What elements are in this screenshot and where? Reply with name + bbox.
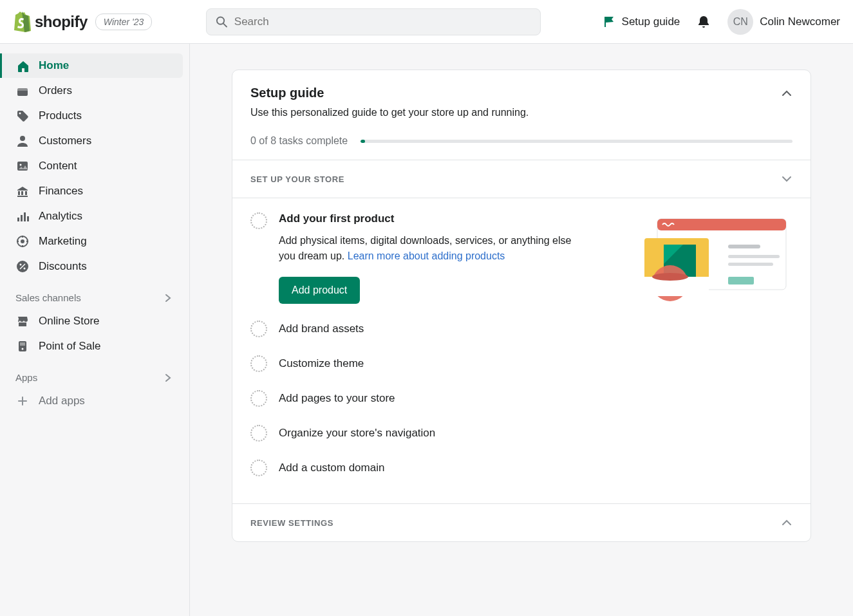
sidebar-item-customers[interactable]: Customers [0,129,183,153]
sidebar-item-label: Home [39,59,69,72]
bank-icon [15,184,30,198]
target-icon [15,234,30,248]
store-icon [15,314,30,328]
primary-nav: HomeOrdersProductsCustomersContentFinanc… [0,53,183,279]
shopify-bag-icon [13,12,31,32]
task-item[interactable]: Customize theme [250,346,792,381]
svg-point-4 [19,113,21,115]
shopify-logo[interactable]: shopify [13,12,88,32]
task-item[interactable]: Organize your store's navigation [250,416,792,451]
setup-guide-label: Setup guide [622,15,680,28]
task-label: Add a custom domain [279,462,384,474]
svg-rect-9 [21,215,23,221]
svg-rect-22 [657,219,786,230]
chevron-up-icon [781,517,792,528]
svg-point-13 [21,239,24,243]
task-label: Add brand assets [279,322,364,335]
sidebar-channel-online-store[interactable]: Online Store [0,309,183,333]
sidebar-item-label: Products [39,109,82,122]
sidebar-item-products[interactable]: Products [0,104,183,128]
task-item[interactable]: Add a custom domain [250,451,792,485]
add-apps-label: Add apps [39,395,85,407]
section-store-body: Add your first productAdd physical items… [232,198,811,503]
notifications-button[interactable] [697,15,711,29]
task-status-circle [250,355,267,372]
avatar: CN [727,9,753,35]
section-review-label: REVIEW SETTINGS [250,518,333,528]
apps-header[interactable]: Apps [0,359,183,388]
sidebar-item-label: Content [39,160,77,173]
home-icon [15,59,30,73]
setup-card-header: Setup guide Use this personalized guide … [232,70,811,160]
chevron-right-icon [164,373,173,382]
task-status-circle [250,390,267,407]
task-label: Add pages to your store [279,392,395,405]
sidebar-item-content[interactable]: Content [0,154,183,178]
svg-point-28 [652,273,688,281]
chevron-down-icon [781,173,792,185]
svg-rect-19 [20,342,25,346]
setup-card-subtitle: Use this personalized guide to get your … [250,107,792,118]
add-apps-button[interactable]: Add apps [0,389,183,413]
task-item[interactable]: Add brand assets [250,312,792,346]
sidebar-item-label: Marketing [39,235,87,248]
sales-channels-label: Sales channels [15,292,81,303]
search-container [206,8,541,35]
sidebar: HomeOrdersProductsCustomersContentFinanc… [0,44,190,616]
task-label: Organize your store's navigation [279,427,435,440]
section-set-up-store[interactable]: SET UP YOUR STORE [232,160,811,198]
sidebar-item-analytics[interactable]: Analytics [0,204,183,229]
sidebar-item-label: Discounts [39,260,87,273]
sidebar-item-marketing[interactable]: Marketing [0,229,183,254]
svg-point-0 [217,17,224,24]
svg-rect-29 [728,245,760,248]
task-learn-more-link[interactable]: Learn more about adding products [348,250,505,261]
person-icon [15,134,30,148]
task-status-circle [250,425,267,442]
task-item[interactable]: Add pages to your store [250,381,792,416]
apps-label: Apps [15,372,37,383]
bars-icon [15,209,30,223]
task-status-circle [250,460,267,476]
progress-bar [361,140,792,143]
sidebar-channel-point-of-sale[interactable]: Point of Sale [0,334,183,359]
sidebar-item-orders[interactable]: Orders [0,79,183,103]
task-status-circle [250,212,267,229]
svg-rect-3 [17,88,28,91]
svg-rect-30 [728,255,780,258]
search-box[interactable] [206,8,541,35]
svg-point-16 [24,268,26,270]
setup-guide-link[interactable]: Setup guide [603,15,680,28]
sales-channels-header[interactable]: Sales channels [0,279,183,308]
progress-row: 0 of 8 tasks complete [250,135,792,147]
image-icon [15,159,30,173]
sidebar-item-label: Analytics [39,210,82,223]
user-menu[interactable]: CN Colin Newcomer [727,9,840,35]
svg-point-7 [20,164,22,166]
svg-rect-8 [17,218,19,221]
logo-area: shopify Winter '23 [13,12,193,32]
setup-card-title: Setup guide [250,86,324,100]
svg-line-1 [223,23,227,26]
inbox-icon [15,84,30,98]
sidebar-item-home[interactable]: Home [0,53,183,78]
task-label: Customize theme [279,357,364,370]
task-item[interactable]: Add your first productAdd physical items… [250,198,792,312]
sidebar-item-label: Online Store [39,315,100,328]
progress-fill [361,140,365,143]
svg-rect-11 [27,216,29,221]
setup-guide-card: Setup guide Use this personalized guide … [232,70,811,542]
sidebar-item-discounts[interactable]: Discounts [0,254,183,279]
section-review-settings[interactable]: REVIEW SETTINGS [232,503,811,541]
sidebar-item-label: Customers [39,135,91,147]
add-product-button[interactable]: Add product [279,277,360,304]
svg-rect-31 [728,263,773,266]
chevron-up-icon[interactable] [781,88,792,99]
percent-icon [15,259,30,274]
search-input[interactable] [234,15,531,28]
topbar: shopify Winter '23 Setup guide CN Colin … [0,0,853,44]
search-icon [216,15,228,28]
sidebar-item-finances[interactable]: Finances [0,179,183,203]
svg-point-20 [22,348,24,350]
progress-text: 0 of 8 tasks complete [250,135,348,147]
